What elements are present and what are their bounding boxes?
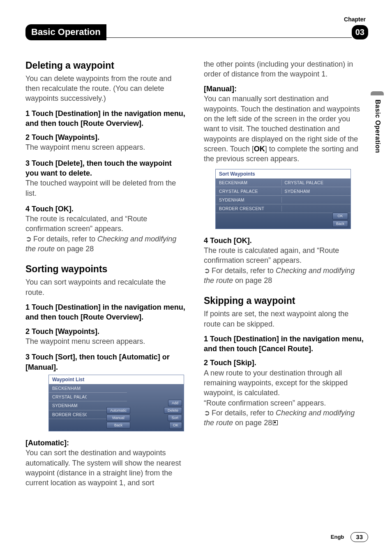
- step-1: 1 Touch [Destination] in the navigation …: [25, 302, 187, 322]
- step-4: 4 Touch [OK].: [204, 236, 365, 246]
- step-3: 3 Touch [Sort], then touch [Automatic] o…: [25, 352, 187, 372]
- screenshot-waypoint-list: Waypoint List BECKENHAM CRYSTAL PALACE S…: [48, 375, 184, 431]
- end-of-section-icon: [273, 420, 278, 425]
- list-item: SYDENHAM: [282, 188, 347, 194]
- arrow-icon: ➲: [25, 235, 32, 243]
- arrow-icon: ➲: [204, 409, 210, 417]
- step-1: 1 Touch [Destination] in the navigation …: [25, 109, 187, 129]
- cross-reference: ➲For details, refer to Checking and modi…: [25, 234, 187, 254]
- right-column: the other points (including your destina…: [204, 59, 365, 488]
- screenshot-title: Sort Waypoints: [216, 169, 350, 178]
- list-item: CRYSTAL PALACE: [282, 180, 347, 185]
- chapter-number-badge: 03: [352, 25, 368, 39]
- step-4: 4 Touch [OK].: [25, 204, 187, 214]
- page-footer: Engb 33: [331, 532, 368, 542]
- step-2: 2 Touch [Waypoints].: [25, 327, 187, 336]
- header-rule: [106, 37, 352, 38]
- list-item: BECKENHAM: [52, 385, 87, 391]
- step-2: 2 Touch [Skip].: [204, 358, 365, 368]
- screenshot-sort-waypoints: Sort Waypoints BECKENHAMCRYSTAL PALACE C…: [215, 169, 351, 229]
- body-text: the other points (including your destina…: [204, 59, 365, 79]
- chapter-label: Chapter: [25, 16, 368, 23]
- back-button: Back: [106, 422, 130, 429]
- side-tab: Basic Operation: [369, 91, 384, 165]
- list-item: CRYSTAL PALACE: [219, 188, 282, 194]
- language-code: Engb: [331, 533, 344, 541]
- body-text: A new route to your destination through …: [204, 368, 365, 398]
- manual-button: Manual: [106, 415, 130, 421]
- option-automatic-label: [Automatic]:: [25, 438, 187, 448]
- heading-deleting-waypoint: Deleting a waypoint: [25, 59, 187, 72]
- ok-button: OK: [332, 213, 348, 219]
- arrow-icon: ➲: [204, 266, 210, 275]
- step-3: 3 Touch [Delete], then touch the waypoin…: [25, 158, 187, 178]
- body-text: “Route confirmation screen” appears.: [204, 398, 365, 408]
- list-item: BORDER CRESCENT: [219, 206, 282, 211]
- body-text: The waypoint menu screen appears.: [25, 142, 187, 152]
- step-2: 2 Touch [Waypoints].: [25, 132, 187, 142]
- body-text: The waypoint menu screen appears.: [25, 336, 187, 346]
- body-text: The route is recalculated, and “Route co…: [25, 214, 187, 234]
- body-text: You can delete waypoints from the route …: [25, 74, 187, 104]
- body-text: You can sort waypoints and recalculate t…: [25, 277, 187, 297]
- list-item: BECKENHAM: [219, 180, 282, 185]
- section-title: Basic Operation: [25, 24, 106, 40]
- heading-sorting-waypoints: Sorting waypoints: [25, 263, 187, 276]
- sort-button: Sort: [168, 415, 182, 421]
- body-text: If points are set, the next waypoint alo…: [204, 309, 365, 329]
- list-item: SYDENHAM: [52, 403, 87, 408]
- body-text: You can manually sort destination and wa…: [204, 94, 365, 164]
- page-number: 33: [350, 532, 368, 542]
- delete-button: Delete: [164, 407, 182, 414]
- option-manual-label: [Manual]:: [204, 84, 365, 94]
- body-text: You can sort the destination and waypoin…: [25, 448, 187, 488]
- add-button: Add: [168, 400, 182, 406]
- tab-cap-icon: [371, 91, 384, 95]
- list-item: SYDENHAM: [219, 197, 282, 203]
- automatic-button: Automatic: [106, 407, 130, 414]
- side-tab-label: Basic Operation: [373, 100, 382, 153]
- back-button: Back: [332, 220, 348, 227]
- ok-button: OK: [169, 422, 182, 429]
- left-column: Deleting a waypoint You can delete waypo…: [25, 59, 187, 488]
- list-item: BORDER CRESCENT: [52, 412, 87, 417]
- heading-skipping-waypoint: Skipping a waypoint: [204, 294, 365, 307]
- step-1: 1 Touch [Destination] in the navigation …: [204, 334, 365, 354]
- body-text: The touched waypoint will be deleted fro…: [25, 178, 187, 198]
- body-text: The route is calculated again, and “Rout…: [204, 246, 365, 266]
- list-item: CRYSTAL PALACE: [52, 394, 87, 400]
- cross-reference: ➲For details, refer to Checking and modi…: [204, 408, 365, 428]
- screenshot-title: Waypoint List: [49, 375, 184, 384]
- cross-reference: ➲For details, refer to Checking and modi…: [204, 266, 365, 286]
